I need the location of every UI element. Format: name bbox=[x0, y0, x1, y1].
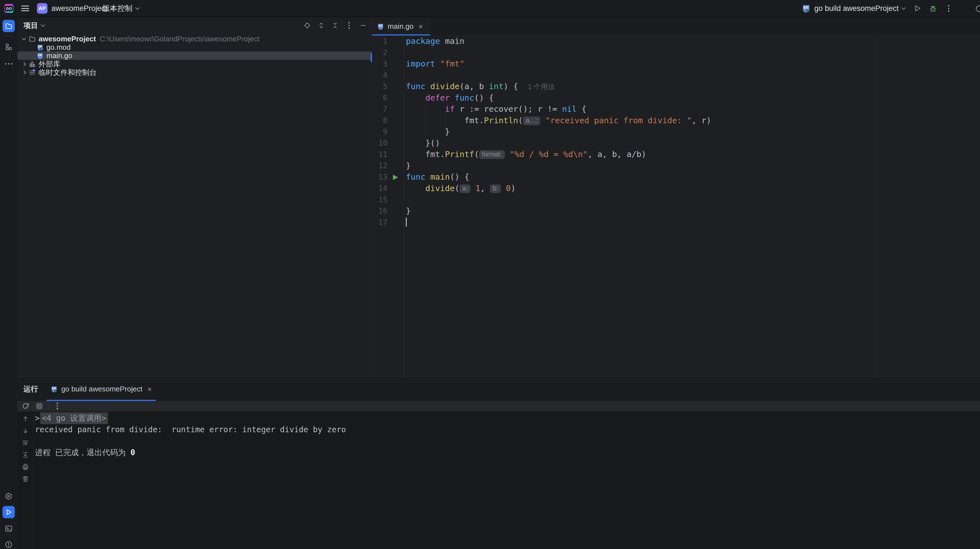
code-line[interactable]: 8 fmt.Println(a…: "received panic from d… bbox=[372, 115, 980, 126]
code-text: func divide(a, b int) { 1 个用法 bbox=[404, 82, 555, 91]
hide-panel-button[interactable] bbox=[358, 21, 368, 30]
topbar-right-spacer bbox=[955, 0, 980, 17]
clipped-profile-icon[interactable] bbox=[973, 5, 980, 13]
console-line-command: ><4 go 设置调用> bbox=[34, 413, 980, 424]
tab-label: main.go bbox=[388, 22, 414, 31]
console-line-panic: received panic from divide: runtime erro… bbox=[34, 424, 980, 435]
tree-row-external-libraries[interactable]: 外部库 bbox=[18, 60, 372, 68]
gopher-run-icon bbox=[50, 385, 58, 393]
code-editor[interactable]: 1package main23import "fmt"45func divide… bbox=[372, 35, 980, 377]
code-line[interactable]: 17 bbox=[372, 217, 980, 228]
editor-tab-maingo[interactable]: main.go × bbox=[372, 17, 430, 35]
run-toolbar bbox=[18, 401, 980, 411]
goland-window: GO AP awesomeProject 版本控制 go build aweso… bbox=[0, 0, 980, 549]
soft-wrap-icon bbox=[22, 439, 29, 446]
debug-button[interactable] bbox=[927, 2, 939, 14]
code-line[interactable]: 1package main bbox=[372, 35, 980, 47]
code-line[interactable]: 16} bbox=[372, 205, 980, 217]
line-number: 2 bbox=[372, 48, 387, 57]
trash-icon bbox=[22, 475, 29, 482]
gomod-file-icon bbox=[36, 43, 44, 51]
vcs-menu[interactable]: 版本控制 bbox=[102, 0, 139, 17]
chevron-down-icon bbox=[902, 5, 906, 10]
code-text: if r := recover(); r != nil { bbox=[404, 104, 586, 114]
tree-row-scratches[interactable]: 临时文件和控制台 bbox=[18, 68, 372, 76]
code-line[interactable]: 10 }() bbox=[372, 138, 980, 149]
console-options-button[interactable] bbox=[53, 401, 62, 411]
scroll-to-end-button[interactable] bbox=[21, 451, 30, 459]
main-menu-button[interactable] bbox=[21, 6, 29, 11]
expand-all-button[interactable] bbox=[316, 21, 326, 30]
project-tool-window-button[interactable] bbox=[3, 20, 15, 32]
chevron-right-icon bbox=[22, 70, 26, 75]
fold-arrow-icon[interactable]: > bbox=[35, 414, 40, 423]
code-text: divide(a: 1, b: 0) bbox=[404, 184, 516, 193]
next-occurrence-button[interactable] bbox=[21, 427, 30, 435]
services-tool-window-button[interactable] bbox=[3, 490, 15, 502]
code-text: package main bbox=[404, 36, 465, 46]
run-configuration-selector[interactable]: go build awesomeProject bbox=[802, 0, 905, 17]
line-number: 11 bbox=[372, 150, 387, 159]
code-line[interactable]: 2 bbox=[372, 47, 980, 59]
terminal-tool-window-button[interactable] bbox=[3, 522, 15, 535]
prev-occurrence-button[interactable] bbox=[21, 415, 30, 423]
inlay-hint-chip: b: bbox=[490, 184, 501, 193]
tree-label: main.go bbox=[46, 51, 72, 60]
run-tab[interactable]: go build awesomeProject × bbox=[46, 377, 156, 401]
console-line-blank bbox=[34, 435, 980, 447]
panel-options-button[interactable] bbox=[344, 21, 354, 30]
soft-wrap-button[interactable] bbox=[21, 439, 30, 447]
project-tree: awesomeProject C:\Users\meowr\GolandProj… bbox=[18, 35, 372, 76]
code-line[interactable]: 15 bbox=[372, 194, 980, 205]
code-line[interactable]: 13▶func main() { bbox=[372, 171, 980, 183]
selected-file-scroll-marker bbox=[371, 53, 372, 62]
code-line[interactable]: 3import "fmt" bbox=[372, 58, 980, 70]
locate-file-button[interactable] bbox=[302, 21, 312, 30]
run-tab-label: go build awesomeProject bbox=[61, 385, 143, 394]
editor-tab-bar: main.go × bbox=[372, 17, 980, 36]
tree-row-maingo[interactable]: main.go bbox=[18, 51, 372, 60]
collapse-all-button[interactable] bbox=[330, 21, 340, 30]
inlay-hint-chip: format: bbox=[479, 150, 505, 159]
project-badge[interactable]: AP bbox=[37, 3, 48, 14]
run-tool-window-button[interactable] bbox=[3, 506, 15, 518]
project-panel: 项目 awesomeProject C:\Users\meowr\GolandP… bbox=[18, 17, 372, 377]
code-line[interactable]: 4 bbox=[372, 70, 980, 81]
line-number: 15 bbox=[372, 195, 387, 204]
tree-row-project-root[interactable]: awesomeProject C:\Users\meowr\GolandProj… bbox=[18, 35, 372, 43]
run-main-gutter-icon[interactable]: ▶ bbox=[393, 173, 398, 181]
stop-button[interactable] bbox=[35, 401, 44, 411]
code-line[interactable]: 7 if r := recover(); r != nil { bbox=[372, 103, 980, 115]
structure-tool-window-button[interactable] bbox=[3, 41, 15, 53]
run-button[interactable] bbox=[911, 2, 924, 14]
project-panel-title[interactable]: 项目 bbox=[24, 21, 45, 30]
close-tab-icon[interactable]: × bbox=[148, 386, 152, 393]
line-number: 16 bbox=[372, 206, 387, 215]
clear-console-button[interactable] bbox=[21, 475, 30, 483]
tool-window-stripe bbox=[0, 17, 18, 549]
console-output[interactable]: ><4 go 设置调用> received panic from divide:… bbox=[34, 413, 980, 458]
library-icon bbox=[28, 60, 37, 68]
expand-all-icon bbox=[318, 22, 325, 29]
code-line[interactable]: 11 fmt.Printf(format: "%d / %d = %d\n", … bbox=[372, 149, 980, 160]
tree-row-gomod[interactable]: go.mod bbox=[18, 43, 372, 51]
chevron-down-icon bbox=[135, 5, 140, 10]
chevron-right-icon bbox=[22, 62, 26, 66]
tree-path: C:\Users\meowr\GolandProjects\awesomePro… bbox=[100, 35, 259, 43]
project-panel-header: 项目 bbox=[18, 17, 372, 33]
ellipsis-vertical-icon bbox=[348, 22, 350, 29]
run-panel-title: 运行 bbox=[24, 384, 38, 394]
code-line[interactable]: 5func divide(a, b int) { 1 个用法 bbox=[372, 81, 980, 92]
gopher-run-config-icon bbox=[802, 4, 811, 13]
folded-setup-calls[interactable]: <4 go 设置调用> bbox=[40, 413, 108, 424]
code-line[interactable]: 14 divide(a: 1, b: 0) bbox=[372, 183, 980, 194]
print-button[interactable] bbox=[21, 463, 30, 471]
problems-tool-window-button[interactable] bbox=[3, 538, 15, 549]
rerun-button[interactable] bbox=[21, 401, 30, 411]
code-line[interactable]: 9 } bbox=[372, 126, 980, 138]
code-line[interactable]: 12} bbox=[372, 160, 980, 171]
close-tab-icon[interactable]: × bbox=[419, 23, 423, 30]
more-tool-windows-button[interactable] bbox=[3, 57, 15, 70]
code-line[interactable]: 6 defer func() { bbox=[372, 92, 980, 104]
more-actions-button[interactable] bbox=[943, 2, 955, 14]
